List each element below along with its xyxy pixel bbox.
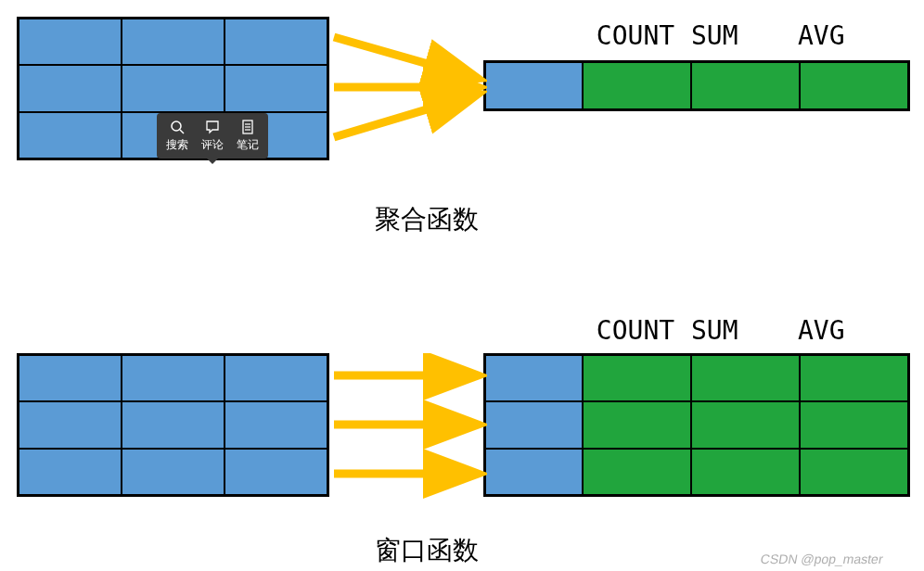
- selection-tooltip: 搜索 评论 笔记: [157, 113, 268, 159]
- table-cell: [225, 401, 327, 448]
- win-caption: 窗口函数: [334, 533, 520, 568]
- table-cell: [583, 449, 691, 495]
- table-cell: [19, 65, 122, 111]
- header-sum: SUM: [691, 20, 798, 51]
- svg-line-1: [334, 37, 473, 77]
- agg-arrow-1: [329, 17, 487, 165]
- table-cell: [122, 19, 225, 65]
- tooltip-search-button[interactable]: 搜索: [166, 119, 188, 153]
- header-avg: AVG: [798, 315, 900, 346]
- header-sum: SUM: [691, 315, 798, 346]
- tooltip-note-label: 笔记: [237, 137, 259, 153]
- table-cell: [691, 401, 800, 448]
- watermark: CSDN @pop_master: [760, 552, 885, 566]
- table-cell: [19, 112, 122, 159]
- table-cell: [800, 355, 908, 401]
- svg-line-5: [180, 130, 184, 133]
- svg-line-3: [334, 95, 473, 137]
- table-cell: [122, 65, 225, 111]
- table-cell: [122, 401, 225, 448]
- table-cell: [800, 62, 908, 109]
- note-icon: [239, 119, 256, 135]
- table-cell: [583, 62, 691, 109]
- table-cell: [800, 449, 908, 495]
- header-count: COUNT: [580, 20, 691, 51]
- table-cell: [485, 449, 583, 495]
- table-cell: [583, 401, 691, 448]
- win-output-headers: COUNT SUM AVG: [580, 315, 914, 346]
- tooltip-note-button[interactable]: 笔记: [237, 119, 259, 153]
- agg-caption: 聚合函数: [334, 202, 520, 237]
- comment-icon: [204, 119, 221, 135]
- header-count: COUNT: [580, 315, 691, 346]
- table-cell: [225, 355, 327, 401]
- win-output-grid: [483, 353, 910, 497]
- agg-output-headers: COUNT SUM AVG: [580, 20, 914, 51]
- svg-point-4: [172, 121, 181, 131]
- tooltip-comment-label: 评论: [201, 137, 224, 153]
- table-cell: [122, 355, 225, 401]
- table-cell: [485, 401, 583, 448]
- tooltip-comment-button[interactable]: 评论: [201, 119, 224, 153]
- table-cell: [19, 449, 122, 495]
- table-cell: [691, 62, 800, 109]
- table-cell: [19, 19, 122, 65]
- win-input-grid: [17, 353, 329, 497]
- table-cell: [485, 355, 583, 401]
- table-cell: [19, 355, 122, 401]
- table-cell: [19, 401, 122, 448]
- header-avg: AVG: [798, 20, 900, 51]
- table-cell: [225, 449, 327, 495]
- table-cell: [122, 449, 225, 495]
- win-arrows: [329, 353, 487, 501]
- agg-output-grid: [483, 60, 910, 111]
- table-cell: [485, 62, 583, 109]
- tooltip-search-label: 搜索: [166, 137, 188, 153]
- search-icon: [169, 119, 186, 135]
- table-cell: [691, 449, 800, 495]
- table-cell: [583, 355, 691, 401]
- table-cell: [225, 65, 327, 111]
- table-cell: [800, 401, 908, 448]
- tooltip-tail: [207, 159, 218, 164]
- table-cell: [691, 355, 800, 401]
- table-cell: [225, 19, 327, 65]
